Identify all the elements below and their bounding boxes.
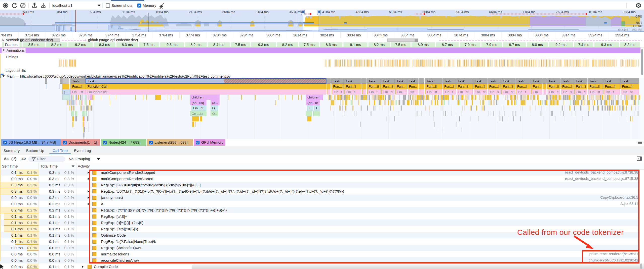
svg-text:7.9 ms: 7.9 ms (486, 42, 497, 46)
svg-text:5684 ms: 5684 ms (422, 10, 435, 14)
svg-text:3834 ms: 3834 ms (347, 33, 361, 37)
svg-text:Fun...ll: Fun...ll (562, 85, 573, 88)
svg-text:8.7 ms: 8.7 ms (442, 42, 453, 46)
svg-text:7.4 ms: 7.4 ms (578, 42, 589, 46)
svg-text:Task: Task (503, 79, 510, 83)
svg-text:On...st: On...st (427, 90, 437, 94)
svg-text:3884 ms: 3884 ms (481, 33, 495, 37)
svg-text:Fun...ll: Fun...ll (503, 85, 513, 88)
svg-text:On...st: On...st (503, 90, 513, 94)
svg-text:8.9 ms: 8.9 ms (418, 42, 429, 46)
svg-text:9.2 ms: 9.2 ms (555, 42, 567, 46)
svg-text:8.3 ms: 8.3 ms (99, 42, 110, 46)
svg-text:On...t: On...t (410, 90, 418, 94)
svg-text:Task: Task (426, 79, 433, 83)
svg-text:6684 ms: 6684 ms (489, 10, 502, 14)
svg-text:3784 ms: 3784 ms (213, 33, 227, 37)
svg-text:3754 ms: 3754 ms (132, 33, 146, 37)
svg-text:3184 ms: 3184 ms (256, 10, 269, 14)
svg-text:7.5 ms: 7.5 ms (143, 42, 154, 46)
svg-text:On...t: On...t (369, 90, 378, 94)
svg-text:Fun...ll: Fun...ll (549, 85, 559, 88)
svg-text:On...st: On...st (490, 90, 500, 94)
svg-text:9.3 ms: 9.3 ms (601, 42, 612, 46)
svg-text:Task: Task (72, 79, 79, 83)
svg-text:8184 ms: 8184 ms (589, 10, 602, 14)
svg-text:Task: Task (622, 79, 629, 83)
svg-text:7.5 ms: 7.5 ms (395, 42, 406, 46)
svg-text:On...t: On...t (346, 90, 355, 94)
svg-text:3714 ms: 3714 ms (25, 33, 39, 37)
svg-text:Network: Network (6, 38, 19, 42)
svg-text:On...t: On...t (606, 90, 614, 94)
svg-text:3864 ms: 3864 ms (427, 33, 441, 37)
svg-text:Fun...ll: Fun...ll (72, 85, 83, 88)
svg-text:Task: Task (576, 79, 583, 83)
svg-text:Fun...ll: Fun...ll (622, 85, 632, 88)
svg-text:8.0 ms: 8.0 ms (532, 42, 543, 46)
svg-text:9.3 ms: 9.3 ms (258, 42, 269, 46)
svg-text:Screenshots: Screenshots (111, 3, 132, 8)
svg-text:On...t: On...t (445, 90, 453, 94)
svg-text:children: children (307, 95, 319, 99)
svg-text:children: children (191, 95, 203, 99)
svg-text:Task: Task (605, 79, 612, 83)
svg-text:On ignore list: On ignore list (87, 90, 107, 94)
svg-text:3894 ms: 3894 ms (508, 33, 522, 37)
svg-text:8684 ms: 8684 ms (623, 10, 636, 14)
svg-text:7.5 ms: 7.5 ms (304, 42, 315, 46)
svg-text:On...st: On...st (563, 90, 573, 94)
svg-text:8.7 ms: 8.7 ms (509, 42, 520, 46)
svg-text:Fun...ll: Fun...ll (333, 85, 343, 88)
svg-text:On...st: On...st (590, 90, 600, 94)
svg-text:Task: Task (489, 79, 496, 83)
svg-text:8.3 ms: 8.3 ms (122, 42, 133, 46)
svg-text:Lin...nt: Lin...nt (193, 106, 204, 110)
svg-text:184 ms: 184 ms (56, 10, 68, 14)
svg-text:3924 ms: 3924 ms (588, 33, 602, 37)
svg-text:3794 ms: 3794 ms (239, 33, 254, 37)
svg-text:Task: Task (562, 79, 569, 83)
svg-text:3744 ms: 3744 ms (105, 33, 119, 37)
svg-text:545 kB – 193 MB: 545 kB – 193 MB (618, 28, 642, 31)
svg-text:Fun...ll: Fun...ll (589, 85, 600, 88)
svg-text:Task: Task (444, 79, 451, 83)
svg-text:8.2 ms: 8.2 ms (624, 42, 635, 46)
svg-text:On...t: On...t (334, 90, 342, 94)
svg-text:3874 ms: 3874 ms (454, 33, 468, 37)
svg-text:684 ms: 684 ms (90, 10, 101, 14)
svg-text:7.9 ms: 7.9 ms (465, 42, 476, 46)
svg-text:On ...ist: On ...ist (191, 112, 203, 115)
svg-text:2184 ms: 2184 ms (189, 10, 202, 14)
svg-text:3824 ms: 3824 ms (320, 33, 334, 37)
svg-text:8.2 ms: 8.2 ms (190, 42, 202, 46)
svg-text:Task: Task (88, 79, 95, 83)
svg-text:Task: Task (333, 79, 340, 83)
svg-text:4684 ms: 4684 ms (356, 10, 369, 14)
svg-text:Fun...ll: Fun...ll (605, 85, 615, 88)
svg-text:Task: Task (458, 79, 465, 83)
svg-text:github (stage-api codecov dev): github (stage-api codecov dev) (88, 38, 138, 42)
svg-text:3734 ms: 3734 ms (78, 33, 93, 37)
svg-text:2684 ms: 2684 ms (222, 10, 235, 14)
svg-text:Task: Task (369, 79, 376, 83)
svg-text:Task: Task (346, 79, 353, 83)
svg-text:8.2 ms: 8.2 ms (282, 42, 293, 46)
svg-text:On...st: On...st (475, 90, 486, 94)
svg-text:3844 ms: 3844 ms (374, 33, 388, 37)
svg-text:(...: (... (64, 90, 68, 94)
svg-text:8.4 ms: 8.4 ms (213, 42, 224, 46)
svg-text:localhost #1: localhost #1 (52, 3, 72, 8)
svg-text:Fun...ll: Fun...ll (517, 85, 528, 88)
svg-text:Function Call: Function Call (87, 85, 107, 88)
svg-text:5184 ms: 5184 ms (389, 10, 402, 14)
svg-text:3904 ms: 3904 ms (535, 33, 549, 37)
svg-text:On...st: On...st (576, 90, 586, 94)
svg-text:Task: Task (589, 79, 596, 83)
svg-text:On...st: On...st (549, 90, 559, 94)
svg-text:3934 ms: 3934 ms (615, 33, 629, 37)
svg-text:Task: Task (383, 79, 390, 83)
svg-text:9.1 ms: 9.1 ms (350, 42, 361, 46)
svg-text:CPU: CPU (635, 15, 642, 18)
svg-text:3814 ms: 3814 ms (293, 33, 307, 37)
